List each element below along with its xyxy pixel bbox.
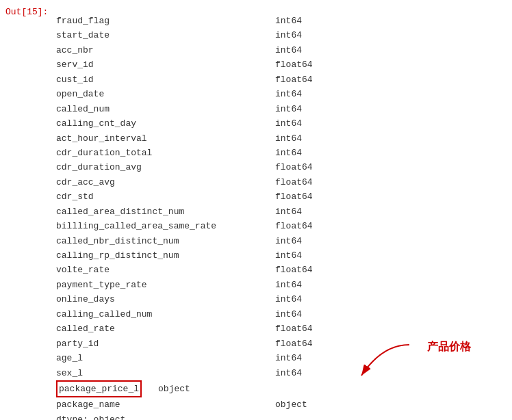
field-type: int64 (275, 307, 302, 321)
field-type: object (158, 382, 190, 396)
field-type: int64 (275, 43, 302, 57)
field-name: called_area_distinct_num (56, 205, 261, 219)
field-type: int64 (275, 87, 302, 101)
field-name: act_hour_interval (56, 131, 261, 146)
fields-table: fraud_flagint64start_dateint64acc_nbrint… (55, 14, 512, 420)
field-name: cdr_std (56, 189, 261, 204)
field-name: volte_rate (56, 263, 261, 277)
field-name: billling_called_area_same_rate (56, 219, 261, 233)
field-name: package_name (56, 397, 261, 412)
field-row: cdr_stdfloat64 (55, 189, 512, 204)
field-row: calling_called_numint64 (55, 307, 512, 321)
field-type: float64 (275, 219, 313, 233)
field-type: float64 (275, 263, 313, 277)
output-container: Out[15]: fraud_flagint64start_dateint64a… (0, 0, 512, 420)
field-name: called_num (56, 102, 261, 116)
field-type: int64 (275, 234, 302, 248)
field-row: called_nbr_distinct_numint64 (55, 234, 512, 248)
field-type: int64 (275, 205, 302, 219)
field-type: object (275, 397, 307, 412)
field-type: float64 (275, 57, 313, 72)
field-row: online_daysint64 (55, 292, 512, 306)
field-row: acc_nbrint64 (55, 43, 512, 57)
field-type: float64 (275, 175, 313, 189)
field-type: int64 (275, 278, 302, 292)
field-row: payment_type_rateint64 (55, 278, 512, 292)
annotation-text: 产品价格 (427, 340, 471, 354)
field-name: cdr_duration_total (56, 146, 261, 160)
field-name: age_l (56, 351, 261, 365)
field-type: int64 (275, 116, 302, 131)
field-row: volte_ratefloat64 (55, 263, 512, 277)
field-name: cdr_acc_avg (56, 175, 261, 189)
field-type: float64 (275, 160, 313, 174)
field-row: sex_lint64 (55, 366, 512, 380)
field-type: int64 (275, 131, 302, 146)
field-row: calling_cnt_dayint64 (55, 116, 512, 131)
field-type: int64 (275, 102, 302, 116)
field-name: fraud_flag (56, 14, 261, 28)
dtype-row: dtype: object (55, 412, 512, 420)
field-type: int64 (275, 248, 302, 263)
field-row: called_ratefloat64 (55, 321, 512, 336)
field-row: cdr_acc_avgfloat64 (55, 175, 512, 189)
field-row: cdr_duration_totalint64 (55, 146, 512, 160)
field-type: float64 (275, 73, 313, 87)
field-type: int64 (275, 366, 302, 380)
field-name: online_days (56, 292, 261, 306)
field-row: package_price_lobject (55, 380, 512, 397)
field-type: float64 (275, 321, 313, 336)
field-type: int64 (275, 28, 302, 42)
field-type: float64 (275, 337, 313, 351)
field-type: int64 (275, 292, 302, 306)
field-name: cust_id (56, 73, 261, 87)
field-row: package_nameobject (55, 397, 512, 412)
field-type: int64 (275, 14, 302, 28)
field-row: start_dateint64 (55, 28, 512, 42)
field-row: serv_idfloat64 (55, 57, 512, 72)
field-name: called_nbr_distinct_num (56, 234, 261, 248)
dtype-label: dtype: object (56, 412, 125, 420)
field-row: billling_called_area_same_ratefloat64 (55, 219, 512, 233)
field-name: payment_type_rate (56, 278, 261, 292)
field-type: int64 (275, 351, 302, 365)
highlighted-field-name: package_price_l (56, 380, 142, 397)
field-row: act_hour_intervalint64 (55, 131, 512, 146)
field-row: open_dateint64 (55, 87, 512, 101)
field-name: serv_id (56, 57, 261, 72)
field-type: float64 (275, 189, 313, 204)
field-name: calling_cnt_day (56, 116, 261, 131)
arrow-icon (341, 338, 423, 393)
field-name: called_rate (56, 321, 261, 336)
field-row: calling_rp_distinct_numint64 (55, 248, 512, 263)
field-row: cust_idfloat64 (55, 73, 512, 87)
annotation-container: 产品价格 (427, 340, 471, 354)
field-row: fraud_flagint64 (55, 14, 512, 28)
field-name: calling_rp_distinct_num (56, 248, 261, 263)
output-label: Out[15]: (5, 7, 48, 17)
field-name: calling_called_num (56, 307, 261, 321)
field-name: party_id (56, 337, 261, 351)
field-name: start_date (56, 28, 261, 42)
field-row: cdr_duration_avgfloat64 (55, 160, 512, 174)
field-name: open_date (56, 87, 261, 101)
field-type: int64 (275, 146, 302, 160)
field-name: cdr_duration_avg (56, 160, 261, 174)
field-row: called_numint64 (55, 102, 512, 116)
field-name: acc_nbr (56, 43, 261, 57)
field-name: sex_l (56, 366, 261, 380)
field-row: called_area_distinct_numint64 (55, 205, 512, 219)
